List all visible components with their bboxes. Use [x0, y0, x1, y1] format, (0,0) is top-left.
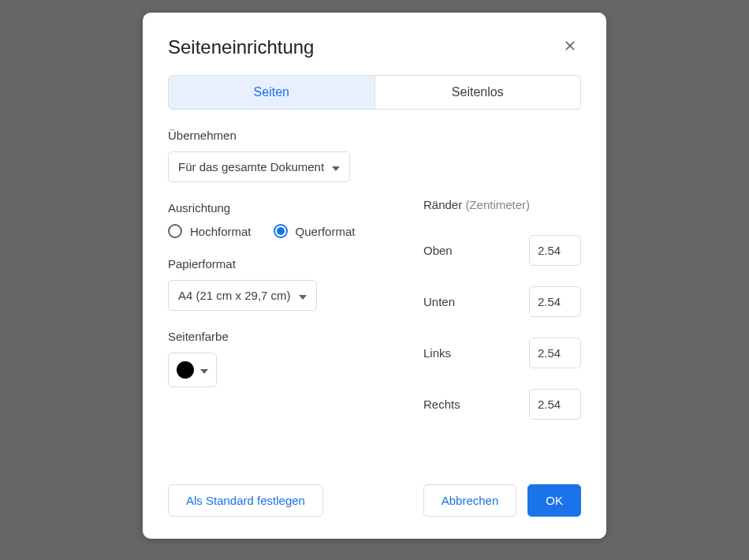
margin-top-label: Oben — [423, 244, 453, 257]
margin-top-row: Oben — [423, 235, 581, 266]
left-column: Ausrichtung Hochformat Querformat Papier… — [168, 201, 392, 440]
dialog-header: Seiteneinrichtung — [168, 35, 581, 59]
orientation-portrait-label: Hochformat — [190, 225, 252, 238]
paper-size-dropdown[interactable]: A4 (21 cm x 29,7 cm) — [168, 280, 317, 311]
apply-section: Übernehmen Für das gesamte Dokument — [168, 129, 581, 182]
orientation-portrait-radio[interactable]: Hochformat — [168, 224, 252, 238]
set-default-button[interactable]: Als Standard festlegen — [168, 484, 323, 517]
margin-top-input[interactable] — [529, 235, 581, 266]
dialog-title: Seiteneinrichtung — [168, 36, 314, 58]
apply-dropdown[interactable]: Für das gesamte Dokument — [168, 151, 350, 182]
page-color-label: Seitenfarbe — [168, 330, 392, 343]
tab-pages-label: Seiten — [254, 85, 289, 99]
orientation-landscape-label: Querformat — [296, 225, 356, 238]
tab-pageless-label: Seitenlos — [452, 85, 504, 99]
paper-size-label: Papierformat — [168, 257, 392, 271]
margin-bottom-row: Unten — [423, 286, 581, 317]
tab-pageless[interactable]: Seitenlos — [375, 76, 581, 109]
caret-down-icon — [299, 289, 307, 302]
orientation-landscape-radio[interactable]: Querformat — [274, 224, 356, 238]
cancel-button[interactable]: Abbrechen — [423, 484, 517, 517]
set-default-label: Als Standard festlegen — [186, 494, 305, 507]
caret-down-icon — [200, 363, 208, 377]
radio-icon — [168, 224, 182, 238]
margin-right-label: Rechts — [423, 398, 460, 411]
margin-right-input[interactable] — [529, 389, 581, 420]
radio-icon — [274, 224, 288, 238]
apply-dropdown-value: Für das gesamte Dokument — [178, 160, 324, 174]
margin-left-row: Links — [423, 338, 581, 368]
cancel-label: Abbrechen — [442, 494, 499, 507]
page-color-dropdown[interactable] — [168, 353, 217, 387]
ok-button[interactable]: OK — [527, 484, 581, 517]
dialog-footer: Als Standard festlegen Abbrechen OK — [168, 484, 581, 517]
close-button[interactable] — [559, 35, 581, 59]
orientation-radio-group: Hochformat Querformat — [168, 224, 392, 238]
main-columns: Ausrichtung Hochformat Querformat Papier… — [168, 201, 581, 440]
tab-group: Seiten Seitenlos — [168, 75, 581, 110]
margin-left-label: Links — [423, 346, 451, 360]
margin-right-row: Rechts — [423, 389, 581, 420]
margin-left-input[interactable] — [529, 338, 581, 368]
orientation-label: Ausrichtung — [168, 201, 392, 215]
page-setup-dialog: Seiteneinrichtung Seiten Seitenlos Übern… — [143, 13, 606, 539]
margin-bottom-input[interactable] — [529, 286, 581, 317]
right-column: Ränder (Zentimeter) Oben Unten Links Rec… — [423, 198, 581, 440]
close-icon — [562, 38, 578, 56]
ok-label: OK — [546, 494, 563, 507]
apply-label: Übernehmen — [168, 129, 581, 142]
caret-down-icon — [332, 160, 340, 174]
paper-size-value: A4 (21 cm x 29,7 cm) — [178, 289, 291, 302]
margins-unit: (Zentimeter) — [465, 198, 530, 211]
margins-label-text: Ränder — [423, 198, 462, 211]
tab-pages[interactable]: Seiten — [169, 76, 375, 109]
color-swatch — [177, 361, 194, 379]
margin-bottom-label: Unten — [423, 295, 455, 308]
margins-label: Ränder (Zentimeter) — [423, 198, 581, 211]
